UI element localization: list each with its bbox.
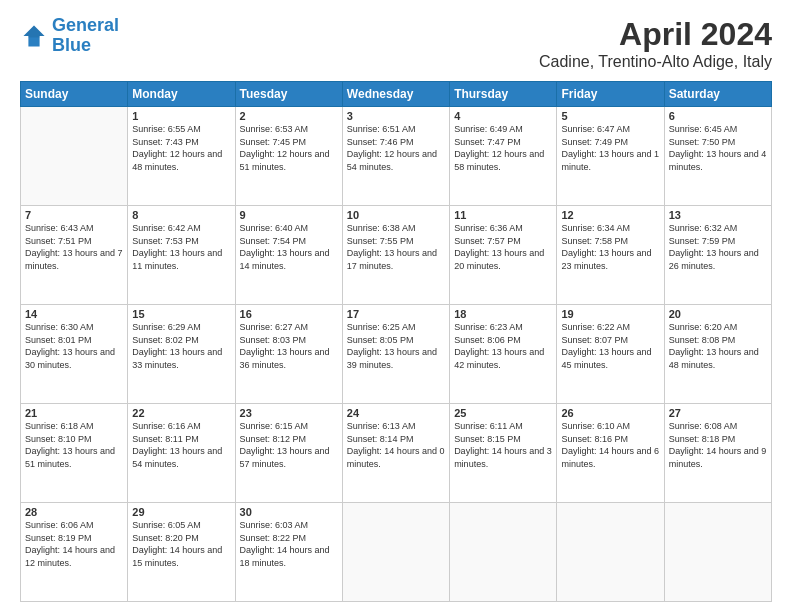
cell-info: Sunrise: 6:08 AMSunset: 8:18 PMDaylight:…	[669, 420, 767, 470]
logo-text: General Blue	[52, 16, 119, 56]
day-number: 28	[25, 506, 123, 518]
cal-cell: 14Sunrise: 6:30 AMSunset: 8:01 PMDayligh…	[21, 305, 128, 404]
week-row-0: 1Sunrise: 6:55 AMSunset: 7:43 PMDaylight…	[21, 107, 772, 206]
cal-cell: 10Sunrise: 6:38 AMSunset: 7:55 PMDayligh…	[342, 206, 449, 305]
week-row-4: 28Sunrise: 6:06 AMSunset: 8:19 PMDayligh…	[21, 503, 772, 602]
day-number: 30	[240, 506, 338, 518]
day-header-sunday: Sunday	[21, 82, 128, 107]
day-number: 19	[561, 308, 659, 320]
cell-info: Sunrise: 6:53 AMSunset: 7:45 PMDaylight:…	[240, 123, 338, 173]
day-number: 17	[347, 308, 445, 320]
cal-cell: 6Sunrise: 6:45 AMSunset: 7:50 PMDaylight…	[664, 107, 771, 206]
header: General Blue April 2024 Cadine, Trentino…	[20, 16, 772, 71]
day-number: 13	[669, 209, 767, 221]
day-number: 3	[347, 110, 445, 122]
day-number: 11	[454, 209, 552, 221]
cell-info: Sunrise: 6:42 AMSunset: 7:53 PMDaylight:…	[132, 222, 230, 272]
cal-cell	[450, 503, 557, 602]
cal-cell: 12Sunrise: 6:34 AMSunset: 7:58 PMDayligh…	[557, 206, 664, 305]
cell-info: Sunrise: 6:38 AMSunset: 7:55 PMDaylight:…	[347, 222, 445, 272]
cal-cell: 9Sunrise: 6:40 AMSunset: 7:54 PMDaylight…	[235, 206, 342, 305]
cal-cell: 13Sunrise: 6:32 AMSunset: 7:59 PMDayligh…	[664, 206, 771, 305]
cell-info: Sunrise: 6:06 AMSunset: 8:19 PMDaylight:…	[25, 519, 123, 569]
cal-cell: 5Sunrise: 6:47 AMSunset: 7:49 PMDaylight…	[557, 107, 664, 206]
week-row-3: 21Sunrise: 6:18 AMSunset: 8:10 PMDayligh…	[21, 404, 772, 503]
day-header-wednesday: Wednesday	[342, 82, 449, 107]
cal-cell: 26Sunrise: 6:10 AMSunset: 8:16 PMDayligh…	[557, 404, 664, 503]
day-number: 22	[132, 407, 230, 419]
day-header-tuesday: Tuesday	[235, 82, 342, 107]
page: General Blue April 2024 Cadine, Trentino…	[0, 0, 792, 612]
day-number: 26	[561, 407, 659, 419]
title-block: April 2024 Cadine, Trentino-Alto Adige, …	[539, 16, 772, 71]
cell-info: Sunrise: 6:27 AMSunset: 8:03 PMDaylight:…	[240, 321, 338, 371]
cell-info: Sunrise: 6:43 AMSunset: 7:51 PMDaylight:…	[25, 222, 123, 272]
cell-info: Sunrise: 6:32 AMSunset: 7:59 PMDaylight:…	[669, 222, 767, 272]
cell-info: Sunrise: 6:22 AMSunset: 8:07 PMDaylight:…	[561, 321, 659, 371]
cal-cell: 21Sunrise: 6:18 AMSunset: 8:10 PMDayligh…	[21, 404, 128, 503]
day-number: 25	[454, 407, 552, 419]
day-header-friday: Friday	[557, 82, 664, 107]
day-number: 20	[669, 308, 767, 320]
day-number: 24	[347, 407, 445, 419]
cal-cell: 19Sunrise: 6:22 AMSunset: 8:07 PMDayligh…	[557, 305, 664, 404]
calendar: SundayMondayTuesdayWednesdayThursdayFrid…	[20, 81, 772, 602]
cell-info: Sunrise: 6:03 AMSunset: 8:22 PMDaylight:…	[240, 519, 338, 569]
page-subtitle: Cadine, Trentino-Alto Adige, Italy	[539, 53, 772, 71]
cell-info: Sunrise: 6:18 AMSunset: 8:10 PMDaylight:…	[25, 420, 123, 470]
cell-info: Sunrise: 6:30 AMSunset: 8:01 PMDaylight:…	[25, 321, 123, 371]
cell-info: Sunrise: 6:45 AMSunset: 7:50 PMDaylight:…	[669, 123, 767, 173]
day-header-saturday: Saturday	[664, 82, 771, 107]
day-number: 10	[347, 209, 445, 221]
day-number: 9	[240, 209, 338, 221]
day-number: 18	[454, 308, 552, 320]
cal-cell: 24Sunrise: 6:13 AMSunset: 8:14 PMDayligh…	[342, 404, 449, 503]
day-number: 5	[561, 110, 659, 122]
cal-cell: 30Sunrise: 6:03 AMSunset: 8:22 PMDayligh…	[235, 503, 342, 602]
cal-cell: 2Sunrise: 6:53 AMSunset: 7:45 PMDaylight…	[235, 107, 342, 206]
cal-cell: 15Sunrise: 6:29 AMSunset: 8:02 PMDayligh…	[128, 305, 235, 404]
week-row-1: 7Sunrise: 6:43 AMSunset: 7:51 PMDaylight…	[21, 206, 772, 305]
logo-line2: Blue	[52, 35, 91, 55]
day-number: 1	[132, 110, 230, 122]
cal-cell: 8Sunrise: 6:42 AMSunset: 7:53 PMDaylight…	[128, 206, 235, 305]
day-number: 23	[240, 407, 338, 419]
day-header-thursday: Thursday	[450, 82, 557, 107]
day-number: 6	[669, 110, 767, 122]
day-number: 4	[454, 110, 552, 122]
cal-cell	[21, 107, 128, 206]
day-number: 7	[25, 209, 123, 221]
cal-cell	[342, 503, 449, 602]
cal-cell: 4Sunrise: 6:49 AMSunset: 7:47 PMDaylight…	[450, 107, 557, 206]
cal-cell: 23Sunrise: 6:15 AMSunset: 8:12 PMDayligh…	[235, 404, 342, 503]
svg-marker-1	[24, 25, 45, 37]
cell-info: Sunrise: 6:49 AMSunset: 7:47 PMDaylight:…	[454, 123, 552, 173]
week-row-2: 14Sunrise: 6:30 AMSunset: 8:01 PMDayligh…	[21, 305, 772, 404]
cal-cell	[664, 503, 771, 602]
day-number: 8	[132, 209, 230, 221]
cal-cell: 29Sunrise: 6:05 AMSunset: 8:20 PMDayligh…	[128, 503, 235, 602]
logo-icon	[20, 22, 48, 50]
cell-info: Sunrise: 6:11 AMSunset: 8:15 PMDaylight:…	[454, 420, 552, 470]
cell-info: Sunrise: 6:34 AMSunset: 7:58 PMDaylight:…	[561, 222, 659, 272]
cell-info: Sunrise: 6:15 AMSunset: 8:12 PMDaylight:…	[240, 420, 338, 470]
cal-cell: 16Sunrise: 6:27 AMSunset: 8:03 PMDayligh…	[235, 305, 342, 404]
cell-info: Sunrise: 6:05 AMSunset: 8:20 PMDaylight:…	[132, 519, 230, 569]
cal-cell: 20Sunrise: 6:20 AMSunset: 8:08 PMDayligh…	[664, 305, 771, 404]
cell-info: Sunrise: 6:16 AMSunset: 8:11 PMDaylight:…	[132, 420, 230, 470]
cal-cell: 22Sunrise: 6:16 AMSunset: 8:11 PMDayligh…	[128, 404, 235, 503]
cell-info: Sunrise: 6:29 AMSunset: 8:02 PMDaylight:…	[132, 321, 230, 371]
cell-info: Sunrise: 6:10 AMSunset: 8:16 PMDaylight:…	[561, 420, 659, 470]
calendar-table: SundayMondayTuesdayWednesdayThursdayFrid…	[20, 81, 772, 602]
cal-cell: 27Sunrise: 6:08 AMSunset: 8:18 PMDayligh…	[664, 404, 771, 503]
cal-cell: 17Sunrise: 6:25 AMSunset: 8:05 PMDayligh…	[342, 305, 449, 404]
cell-info: Sunrise: 6:20 AMSunset: 8:08 PMDaylight:…	[669, 321, 767, 371]
day-number: 21	[25, 407, 123, 419]
cal-cell: 28Sunrise: 6:06 AMSunset: 8:19 PMDayligh…	[21, 503, 128, 602]
day-number: 16	[240, 308, 338, 320]
cal-cell: 25Sunrise: 6:11 AMSunset: 8:15 PMDayligh…	[450, 404, 557, 503]
day-number: 2	[240, 110, 338, 122]
logo: General Blue	[20, 16, 119, 56]
cell-info: Sunrise: 6:51 AMSunset: 7:46 PMDaylight:…	[347, 123, 445, 173]
day-header-monday: Monday	[128, 82, 235, 107]
